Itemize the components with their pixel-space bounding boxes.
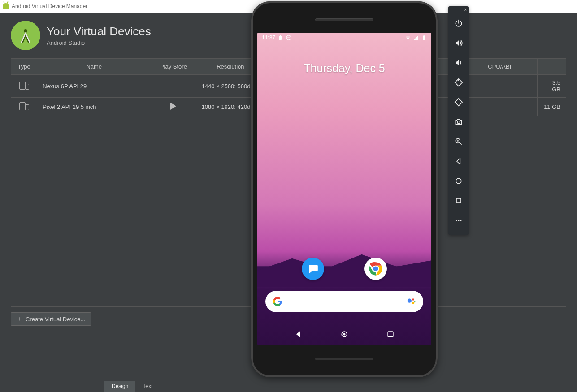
earpiece <box>315 18 373 21</box>
svg-point-28 <box>460 220 461 221</box>
power-button[interactable] <box>448 13 469 33</box>
rotate-right-button[interactable] <box>448 92 469 112</box>
screenshot-button[interactable] <box>448 112 469 132</box>
nav-recent-icon[interactable] <box>386 330 395 339</box>
toolbar-close-button[interactable]: × <box>464 8 467 12</box>
col-header-name[interactable]: Name <box>37 59 151 75</box>
tab-text[interactable]: Text <box>135 381 160 392</box>
tab-design[interactable]: Design <box>104 381 135 392</box>
svg-point-27 <box>458 220 459 221</box>
svg-point-26 <box>456 220 457 221</box>
device-type-icon <box>19 82 29 90</box>
svg-point-15 <box>343 333 345 336</box>
svg-rect-25 <box>456 198 461 203</box>
svg-point-19 <box>457 121 460 124</box>
assistant-icon <box>406 297 416 306</box>
window-title: Android Virtual Device Manager <box>12 3 87 9</box>
svg-rect-17 <box>455 79 462 86</box>
device-size: 3.5 GB <box>538 75 566 98</box>
volume-down-button[interactable] <box>448 53 469 73</box>
create-button-label: Create Virtual Device... <box>26 316 85 323</box>
device-size: 11 GB <box>538 98 566 116</box>
android-navbar <box>257 323 431 345</box>
svg-point-13 <box>414 301 415 302</box>
play-store-icon <box>170 105 177 112</box>
back-button[interactable] <box>448 151 469 171</box>
overview-button[interactable] <box>448 191 469 211</box>
messages-app-icon[interactable] <box>302 258 324 280</box>
create-virtual-device-button[interactable]: ＋ Create Virtual Device... <box>11 312 91 326</box>
page-subtitle: Android Studio <box>47 39 151 46</box>
rotate-left-button[interactable] <box>448 73 469 92</box>
status-time: 11:37 <box>262 34 275 41</box>
nav-home-icon[interactable] <box>340 330 349 339</box>
emulator-toolbar: — × <box>448 6 469 235</box>
status-bar: 11:37 <box>257 33 431 43</box>
svg-rect-1 <box>279 36 282 40</box>
ide-bottom-tabs: Design Text <box>104 381 160 392</box>
col-header-size[interactable] <box>538 59 566 75</box>
col-header-cpu[interactable]: CPU/ABI <box>462 59 538 75</box>
wifi-icon <box>405 35 411 40</box>
device-name: Nexus 6P API 29 <box>37 75 151 98</box>
svg-line-21 <box>460 143 461 145</box>
emulator-frame: 11:37 Thursday, Dec 5 <box>251 1 438 377</box>
svg-point-12 <box>412 302 415 304</box>
google-g-icon <box>273 297 282 306</box>
emulator-screen[interactable]: 11:37 Thursday, Dec 5 <box>257 33 431 345</box>
chrome-app-icon[interactable] <box>364 258 387 280</box>
col-header-playstore[interactable]: Play Store <box>151 59 196 75</box>
android-studio-icon <box>11 21 40 50</box>
google-search-bar[interactable] <box>265 291 423 312</box>
volume-up-button[interactable] <box>448 33 469 53</box>
svg-point-11 <box>412 298 414 301</box>
more-button[interactable] <box>448 211 469 230</box>
signal-icon <box>413 35 419 40</box>
plus-icon: ＋ <box>17 315 23 323</box>
device-name: Pixel 2 API 29 5 inch <box>37 98 151 116</box>
home-button[interactable] <box>448 171 469 191</box>
battery-icon <box>421 35 427 40</box>
svg-point-24 <box>456 178 461 184</box>
svg-point-10 <box>408 299 412 303</box>
chin-speaker <box>315 358 373 360</box>
home-date: Thursday, Dec 5 <box>257 62 431 75</box>
battery-small-icon <box>278 35 283 40</box>
svg-rect-2 <box>280 35 281 36</box>
col-header-type[interactable]: Type <box>11 59 37 75</box>
svg-rect-6 <box>424 35 425 36</box>
device-type-icon <box>19 102 29 110</box>
android-icon <box>3 3 9 9</box>
toolbar-minimize-button[interactable]: — <box>457 8 461 12</box>
dnd-icon <box>286 35 291 40</box>
page-title: Your Virtual Devices <box>47 25 151 39</box>
svg-rect-16 <box>388 332 393 337</box>
svg-rect-18 <box>455 99 462 106</box>
nav-back-icon[interactable] <box>294 330 303 339</box>
zoom-button[interactable] <box>448 132 469 151</box>
svg-rect-5 <box>423 36 425 40</box>
